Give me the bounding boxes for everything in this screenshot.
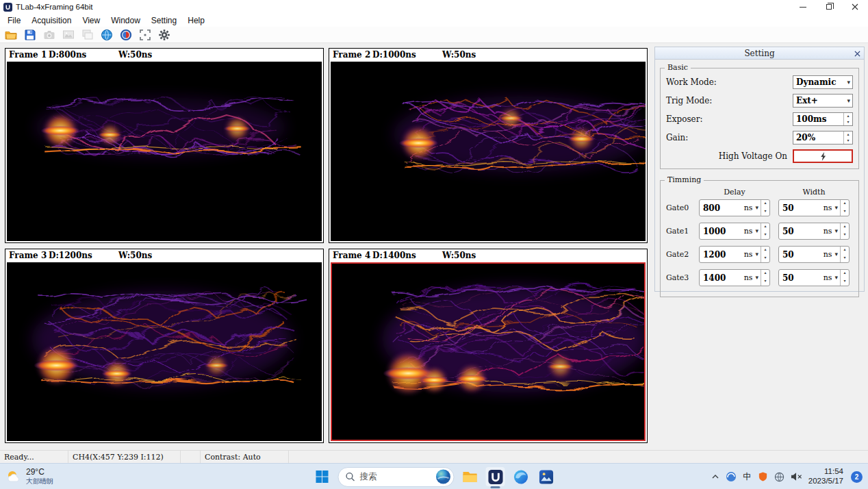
menu-window[interactable]: Window	[105, 14, 146, 27]
gate1-delay-input[interactable]: 1000 ns ▾ ▴▾	[699, 223, 770, 240]
chevron-down-icon[interactable]: ▾	[753, 275, 761, 281]
network-globe-icon[interactable]	[774, 472, 784, 482]
spin-up-icon[interactable]: ▴	[841, 247, 849, 255]
spin-up-icon[interactable]: ▴	[844, 113, 852, 119]
frame-2-image[interactable]	[331, 62, 646, 241]
spin-up-icon[interactable]: ▴	[761, 200, 769, 208]
tlab-app-button[interactable]	[486, 467, 505, 486]
gate0-width-input[interactable]: 50 ns ▾ ▴▾	[778, 199, 850, 216]
search-highlight-image[interactable]	[436, 469, 451, 484]
chevron-down-icon[interactable]: ▾	[832, 205, 840, 211]
spin-up-icon[interactable]: ▴	[761, 270, 769, 278]
menu-view[interactable]: View	[77, 14, 105, 27]
weather-widget[interactable]: 29°C 大部晴朗	[5, 464, 53, 489]
taskbar-search[interactable]: 搜索	[338, 467, 455, 487]
chevron-down-icon[interactable]: ▾	[753, 251, 761, 258]
roi-focus-icon	[139, 29, 151, 41]
chevron-down-icon[interactable]: ▾	[832, 228, 840, 234]
spin-up-icon[interactable]: ▴	[761, 247, 769, 255]
setting-panel-close-button[interactable]	[852, 49, 862, 58]
settings-gear-button[interactable]	[156, 27, 173, 42]
hidden-icons-chevron-icon[interactable]	[711, 473, 719, 480]
spin-down-icon[interactable]: ▾	[761, 231, 769, 240]
gate0-delay-value: 800	[700, 203, 744, 213]
chevron-down-icon[interactable]: ▾	[753, 228, 761, 234]
frame-3-window[interactable]: Frame 3 D:1200ns W:50ns	[5, 249, 324, 443]
frame-title: Frame 4	[333, 251, 372, 260]
globe-icon	[101, 29, 113, 41]
taskbar-clock[interactable]: 11:54 2023/5/17	[808, 467, 843, 486]
notification-badge[interactable]: 2	[851, 471, 863, 483]
work-mode-label: Work Mode:	[666, 77, 717, 87]
volume-muted-icon[interactable]	[791, 472, 802, 481]
frame-1-header: Frame 1 D:800ns W:50ns	[5, 49, 323, 61]
restore-button[interactable]	[816, 0, 842, 14]
spin-down-icon[interactable]: ▾	[761, 255, 769, 263]
high-voltage-button[interactable]	[793, 149, 853, 163]
frame-width: W:50ns	[442, 251, 476, 260]
snapshot-button[interactable]	[79, 27, 96, 42]
gate1-width-input[interactable]: 50 ns ▾ ▴▾	[778, 223, 850, 240]
work-mode-select[interactable]: Dynamic ▾	[793, 75, 853, 89]
cloud-sync-icon[interactable]	[726, 471, 737, 482]
frame-3-image[interactable]	[7, 262, 322, 441]
frame-4-window[interactable]: Frame 4 D:1400ns W:50ns	[329, 249, 648, 443]
gate3-width-input[interactable]: 50 ns ▾ ▴▾	[778, 269, 850, 286]
menu-file[interactable]: File	[2, 14, 26, 27]
record-button[interactable]	[118, 27, 134, 42]
spin-up-icon[interactable]: ▴	[841, 270, 849, 278]
spin-down-icon[interactable]: ▾	[761, 278, 769, 286]
roi-focus-button[interactable]	[137, 27, 153, 42]
spin-down-icon[interactable]: ▾	[841, 208, 849, 216]
photos-app-button[interactable]	[537, 467, 556, 486]
open-folder-icon	[5, 29, 17, 41]
spin-down-icon[interactable]: ▾	[761, 208, 769, 216]
edge-browser-button[interactable]	[511, 467, 531, 486]
spin-up-icon[interactable]: ▴	[841, 223, 849, 231]
menu-help[interactable]: Help	[182, 14, 210, 27]
save-button[interactable]	[22, 27, 38, 42]
minimize-icon	[800, 7, 806, 8]
unit-label: ns	[824, 250, 832, 259]
chevron-down-icon[interactable]: ▾	[753, 205, 761, 211]
open-folder-button[interactable]	[3, 27, 19, 42]
delay-column-header: Delay	[699, 188, 770, 197]
exposer-spinbox[interactable]: 100ms ▴ ▾	[793, 112, 853, 126]
spin-down-icon[interactable]: ▾	[841, 255, 849, 263]
spin-down-icon[interactable]: ▾	[844, 119, 852, 125]
spin-down-icon[interactable]: ▾	[841, 278, 849, 286]
frame-1-image[interactable]	[7, 62, 322, 241]
spin-up-icon[interactable]: ▴	[841, 200, 849, 208]
chevron-down-icon[interactable]: ▾	[832, 275, 840, 281]
spin-down-icon[interactable]: ▾	[844, 138, 852, 144]
gate3-delay-input[interactable]: 1400 ns ▾ ▴▾	[699, 269, 770, 286]
spin-down-icon[interactable]: ▾	[841, 231, 849, 240]
frame-title: Frame 1	[9, 50, 49, 60]
camera-button[interactable]	[41, 27, 58, 42]
display-button[interactable]	[60, 27, 77, 42]
spin-up-icon[interactable]: ▴	[844, 131, 852, 138]
frame-2-window[interactable]: Frame 2 D:1000ns W:50ns	[329, 48, 648, 243]
menu-acquisition[interactable]: Acquisition	[26, 14, 77, 27]
trig-mode-select[interactable]: Ext+ ▾	[793, 94, 853, 108]
close-button[interactable]	[842, 0, 868, 14]
security-shield-icon[interactable]	[758, 471, 768, 482]
setting-panel-header[interactable]: Setting	[655, 47, 864, 60]
spin-up-icon[interactable]: ▴	[761, 223, 769, 231]
globe-button[interactable]	[99, 27, 115, 42]
basic-group-label: Basic	[665, 63, 691, 72]
gate2-delay-input[interactable]: 1200 ns ▾ ▴▾	[699, 246, 770, 263]
status-cursor-info: CH4(X:457 Y:239 I:112)	[68, 451, 181, 463]
frame-1-window[interactable]: Frame 1 D:800ns W:50ns	[5, 48, 324, 243]
frame-4-image[interactable]	[331, 262, 646, 441]
file-explorer-button[interactable]	[461, 467, 480, 486]
menu-setting[interactable]: Setting	[146, 14, 182, 27]
gate2-width-input[interactable]: 50 ns ▾ ▴▾	[778, 246, 850, 263]
minimize-button[interactable]	[790, 0, 816, 14]
start-button[interactable]	[313, 467, 332, 486]
gain-spinbox[interactable]: 20% ▴ ▾	[793, 131, 853, 145]
chevron-down-icon[interactable]: ▾	[832, 251, 840, 258]
spinner: ▴▾	[840, 223, 849, 239]
gate0-delay-input[interactable]: 800 ns ▾ ▴▾	[699, 199, 770, 216]
ime-indicator[interactable]: 中	[743, 471, 752, 483]
